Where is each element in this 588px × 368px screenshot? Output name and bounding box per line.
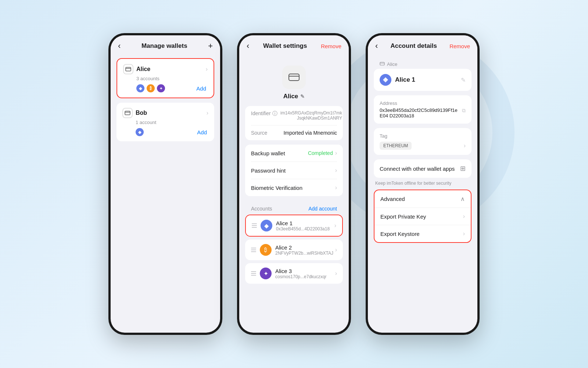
- drag-handle-alice1: [252, 223, 257, 228]
- source-value: Imported via Mnemonic: [280, 130, 337, 136]
- tag-label: Tag: [380, 133, 466, 139]
- phone-manage-wallets: ‹ Manage wallets +: [108, 33, 222, 335]
- alice-name: Alice: [136, 66, 150, 72]
- tag-section: Tag ETHEREUM ›: [374, 128, 472, 155]
- svg-rect-1: [125, 111, 130, 115]
- alice1-chevron-icon: ›: [334, 222, 336, 229]
- alice-eth-token-icon: ◆: [136, 84, 144, 92]
- alice3-account-item[interactable]: ✦ Alice 3 cosmos170p...e7dkuczxqr ›: [245, 263, 343, 284]
- manage-wallets-content: Alice › 3 accounts ◆ ₿ ✦ Add: [111, 55, 220, 333]
- copy-address-icon[interactable]: ⧉: [462, 107, 466, 114]
- identifier-value: im14x5RGAxDzqRmyDm1t7mkJsqkNKawDSm1ANRY: [280, 110, 342, 121]
- bob-chevron-icon: ›: [207, 110, 208, 116]
- drag-handle-alice2: [251, 248, 256, 252]
- wallet-settings-title: Wallet settings: [263, 42, 307, 50]
- keep-offline-label: Keep imToken offline for better security: [374, 179, 472, 190]
- source-label: Source: [251, 130, 280, 136]
- advanced-label: Advanced: [380, 196, 405, 202]
- bob-eth-token-icon: ◆: [136, 128, 144, 136]
- alice2-btc-icon: ₿: [260, 244, 272, 256]
- alice-add-button[interactable]: Add: [196, 85, 206, 92]
- wallet-center-section: Alice ✎: [245, 58, 343, 106]
- svg-marker-5: [386, 77, 388, 80]
- alice-chevron-icon: ›: [206, 66, 208, 72]
- backup-wallet-value: Completed ›: [308, 150, 337, 156]
- bob-add-button[interactable]: Add: [197, 129, 207, 135]
- wallet-settings-remove-button[interactable]: Remove: [321, 43, 341, 49]
- alice1-name: Alice 1: [276, 220, 334, 226]
- identifier-row: Identifier ⓘ im14x5RGAxDzqRmyDm1t7mkJsqk…: [245, 106, 343, 125]
- biometric-label: Biometric Verification: [251, 185, 302, 191]
- alice3-cosmos-icon: ✦: [260, 268, 272, 279]
- alice-accounts-count: 3 accounts: [136, 76, 208, 81]
- wallet-center-name: Alice ✎: [283, 93, 305, 100]
- backup-wallet-label: Backup wallet: [251, 150, 285, 156]
- account-name: Alice 1: [395, 76, 415, 84]
- wallet-name-edit-icon[interactable]: ✎: [300, 93, 305, 99]
- bob-wallet-card[interactable]: Bob › 1 account ◆ Add: [116, 103, 214, 141]
- account-details-back-button[interactable]: ‹: [375, 41, 378, 51]
- qr-icon: ⊞: [460, 164, 466, 173]
- bob-accounts-count: 1 account: [136, 120, 208, 125]
- alice-token-icons: ◆ ₿ ✦: [136, 84, 165, 92]
- wallet-big-icon: [282, 66, 306, 89]
- password-hint-row[interactable]: Password hint ›: [245, 162, 343, 179]
- backup-wallet-row[interactable]: Backup wallet Completed ›: [245, 145, 343, 162]
- connect-section[interactable]: Connect with other wallet apps ⊞: [374, 159, 472, 178]
- alice2-chevron-icon: ›: [335, 247, 337, 253]
- add-wallet-button[interactable]: +: [208, 41, 213, 51]
- drag-handle-alice3: [251, 271, 256, 276]
- wallet-settings-back-button[interactable]: ‹: [247, 41, 249, 51]
- account-details-content: Alice Alice 1 ✎ Address: [368, 55, 477, 333]
- alice3-addr: cosmos170p...e7dkuczxqr: [275, 274, 335, 279]
- export-private-key-label: Export Private Key: [380, 213, 426, 220]
- breadcrumb: Alice: [374, 58, 472, 69]
- password-hint-label: Password hint: [251, 167, 286, 174]
- bob-name: Bob: [136, 110, 147, 116]
- svg-rect-0: [126, 67, 131, 71]
- add-account-button[interactable]: Add account: [308, 206, 337, 212]
- svg-rect-2: [289, 74, 299, 81]
- alice2-addr: 2NFVyPTW2b...wiRSHbXTAJ: [275, 251, 335, 256]
- alice1-addr: 0x3eeB455d...4D22003a18: [276, 226, 334, 231]
- alice-tokens-row: ◆ ₿ ✦ Add: [136, 84, 208, 92]
- address-value: 0x3eeB455da20cf2C5c89d9139Ff1eE04 D22003…: [380, 107, 466, 118]
- alice-wallet-card[interactable]: Alice › 3 accounts ◆ ₿ ✦ Add: [116, 58, 214, 98]
- bob-wallet-item[interactable]: Bob › 1 account ◆ Add: [116, 103, 214, 141]
- advanced-header[interactable]: Advanced ∧: [374, 190, 471, 208]
- account-details-remove-button[interactable]: Remove: [449, 43, 470, 49]
- bob-wallet-icon: [122, 108, 133, 118]
- alice2-name: Alice 2: [275, 244, 335, 251]
- alice1-account-item[interactable]: ◆ Alice 1 0x3eeB455d...4D22003a18 ›: [246, 215, 342, 236]
- account-name-card: Alice 1 ✎: [374, 69, 472, 91]
- tag-badge: ETHEREUM: [380, 142, 412, 150]
- account-details-title: Account details: [390, 42, 437, 50]
- alice1-account-card[interactable]: ◆ Alice 1 0x3eeB455d...4D22003a18 ›: [245, 215, 343, 237]
- alice3-name: Alice 3: [275, 268, 335, 274]
- alice-name-row: Alice: [123, 64, 150, 74]
- alice2-account-card[interactable]: ₿ Alice 2 2NFVyPTW2b...wiRSHbXTAJ ›: [245, 240, 343, 260]
- address-section: Address 0x3eeB455da20cf2C5c89d9139Ff1eE0…: [374, 95, 472, 124]
- alice1-eth-icon: ◆: [261, 220, 272, 231]
- account-details-header: ‹ Account details Remove: [368, 35, 477, 55]
- back-button[interactable]: ‹: [118, 41, 121, 51]
- export-private-key-row[interactable]: Export Private Key ›: [374, 208, 471, 225]
- account-name-left: Alice 1: [380, 74, 415, 86]
- connect-label: Connect with other wallet apps: [380, 166, 455, 172]
- biometric-chevron-icon: ›: [335, 184, 337, 191]
- manage-wallets-header: ‹ Manage wallets +: [111, 35, 220, 55]
- advanced-section: Advanced ∧ Export Private Key › Export K…: [374, 190, 472, 243]
- alice-wallet-item[interactable]: Alice › 3 accounts ◆ ₿ ✦ Add: [117, 59, 214, 98]
- alice2-account-item[interactable]: ₿ Alice 2 2NFVyPTW2b...wiRSHbXTAJ ›: [245, 240, 343, 260]
- biometric-row[interactable]: Biometric Verification ›: [245, 179, 343, 196]
- export-keystore-row[interactable]: Export Keystore ›: [374, 225, 471, 242]
- alice-wallet-icon: [123, 64, 133, 74]
- account-edit-icon[interactable]: ✎: [461, 77, 466, 84]
- source-row: Source Imported via Mnemonic: [245, 125, 343, 140]
- export-keystore-chevron-icon: ›: [463, 230, 465, 237]
- wallet-settings-content: Alice ✎ Identifier ⓘ im14x5RGAxDzqRmyDm1…: [239, 55, 349, 333]
- breadcrumb-label: Alice: [387, 61, 397, 67]
- alice3-account-card[interactable]: ✦ Alice 3 cosmos170p...e7dkuczxqr ›: [245, 263, 343, 284]
- backup-chevron-icon: ›: [335, 150, 337, 156]
- alice-btc-token-icon: ₿: [147, 84, 155, 92]
